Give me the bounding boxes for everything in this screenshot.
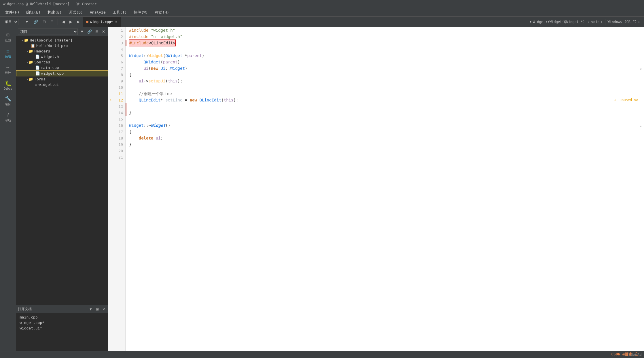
menu-file[interactable]: 文件(F): [2, 9, 22, 16]
menu-controls[interactable]: 控件(W): [131, 9, 151, 16]
code-comma-7: ,: [129, 65, 144, 71]
menu-analyze[interactable]: Analyze: [87, 9, 109, 15]
code-indent-12: [129, 97, 139, 103]
encoding-arrow: ⬇: [638, 20, 640, 24]
tree-arrow-forms[interactable]: ▼: [26, 78, 28, 81]
code-star-12: *: [161, 97, 166, 103]
toolbar-sep-1: [21, 19, 21, 25]
code-brace-19: }: [129, 141, 131, 148]
code-content[interactable]: #include "widget.h" #include "ui_widget.…: [126, 27, 644, 351]
tree-arrow-sources[interactable]: ▼: [26, 61, 28, 64]
line-num-4: 4: [108, 46, 125, 52]
line-num-9: 9: [108, 78, 125, 84]
code-setup-9: setupUi: [148, 78, 165, 84]
nav-file-button[interactable]: ▶: [75, 19, 82, 25]
code-paren-6: (: [161, 59, 163, 65]
menu-help[interactable]: 帮助(H): [152, 9, 172, 16]
tree-item-forms[interactable]: ▼ 📁 Forms: [16, 76, 108, 82]
tree-item-sources[interactable]: ▼ 📁 Sources: [16, 59, 108, 65]
tree-item-headers[interactable]: ▼ 📁 Headers: [16, 48, 108, 54]
link-button[interactable]: 🔗: [32, 19, 40, 25]
toolbar: 项目 ▼ 🔗 ⊞ ⊟ ◀ ▶ ▶ widget.cpp* ✕ ♦ Widget:…: [0, 17, 644, 27]
code-eq-12: =: [182, 97, 190, 103]
function-indicator: ♦: [530, 20, 532, 24]
line-num-20: 20: [108, 148, 125, 154]
sidebar-item-help[interactable]: ? 帮助: [1, 109, 15, 125]
tab-widget-cpp[interactable]: widget.cpp* ✕: [83, 17, 122, 27]
sidebar-item-project[interactable]: 🔧 项目: [1, 93, 15, 109]
code-qlineedit2-12: QLineEdit: [199, 97, 221, 103]
tree-label-helloworldpro: HelloWorld.pro: [36, 44, 68, 48]
project-view-selector[interactable]: 项目: [18, 29, 78, 35]
code-paren-16: (): [165, 122, 170, 129]
nav-back-button[interactable]: ◀: [60, 19, 67, 25]
code-include-kw-3: #include: [129, 41, 149, 45]
debug-icon: 🐛: [5, 80, 11, 86]
line-num-18: 18: [108, 135, 125, 141]
code-fn-5: Widget: [148, 52, 163, 59]
tree-item-widgetui[interactable]: ✏ widget.ui: [16, 82, 108, 87]
code-paren-5: (: [163, 52, 165, 59]
code-error-3: #include<QLineEdit>: [129, 39, 176, 46]
main-layout: ⊞ 欢迎 ≡ 编辑 ✏ 设计 🐛 Debug 🔧 项目 ? 帮助 项目: [0, 27, 644, 351]
line-num-11: 11: [108, 91, 125, 97]
open-docs-panel: 打开文档 ▼ ⊞ ✕ main.cpp widget.cpp* widget.u…: [16, 305, 108, 351]
doc-panel-close-btn[interactable]: ✕: [101, 307, 106, 312]
line-num-1: 1: [108, 27, 125, 33]
tree-arrow-helloworld[interactable]: ▼: [22, 39, 23, 42]
filter-button[interactable]: ▼: [23, 19, 31, 25]
tree-icon-helloworld: 📁: [24, 38, 29, 42]
line-num-3: 3: [108, 40, 125, 46]
doc-item-widgetcpp[interactable]: widget.cpp*: [18, 320, 106, 325]
design-icon: ✏: [6, 64, 10, 70]
tab-close-button[interactable]: ✕: [115, 20, 118, 23]
sidebar-welcome-label: 欢迎: [5, 39, 11, 43]
menu-edit[interactable]: 编辑(E): [23, 9, 43, 16]
code-closeparen-5: ): [202, 52, 204, 59]
tree-item-helloworld[interactable]: ▼ 📁 HelloWorld [master]: [16, 37, 108, 43]
tree-label-widgetui: widget.ui: [39, 82, 59, 87]
nav-forward-button[interactable]: ▶: [68, 19, 74, 25]
sidebar-item-debug[interactable]: 🐛 Debug: [1, 78, 15, 93]
doc-panel-title: 打开文档: [18, 307, 32, 312]
sidebar-item-design[interactable]: ✏ 设计: [1, 62, 15, 77]
tree-item-helloworldpro[interactable]: 📋 HelloWorld.pro: [16, 43, 108, 48]
line-num-15: 15: [108, 116, 125, 122]
menu-build[interactable]: 构建(B): [45, 9, 65, 16]
split-button[interactable]: ⊞: [41, 19, 48, 25]
code-closeparen-7: ): [185, 65, 187, 71]
tree-item-maincpp[interactable]: 📄 main.cpp: [16, 65, 108, 70]
doc-item-maincpp[interactable]: main.cpp: [18, 314, 106, 320]
tree-item-widgeth[interactable]: 📄 widget.h: [16, 54, 108, 59]
function-nav: ⬇: [601, 20, 603, 24]
code-include-2: #include: [129, 33, 151, 40]
menu-debug[interactable]: 调试(D): [66, 9, 86, 16]
project-selector[interactable]: 项目: [2, 19, 18, 25]
menu-tools[interactable]: 工具(T): [110, 9, 130, 16]
tree-label-maincpp: main.cpp: [41, 65, 59, 70]
tab-widget-cpp-label: widget.cpp*: [90, 20, 113, 24]
project-split-btn[interactable]: ⊞: [94, 29, 100, 34]
code-line-13: [126, 103, 644, 110]
close-split-button[interactable]: ⊟: [49, 19, 55, 25]
function-bar: ♦ Widget::Widget(QWidget *) → void ⬇ Win…: [527, 19, 642, 25]
code-line-15: [126, 116, 644, 122]
project-close-btn[interactable]: ✕: [101, 29, 106, 34]
sidebar-item-welcome[interactable]: ⊞ 欢迎: [1, 29, 15, 45]
project-filter-btn[interactable]: ▼: [79, 29, 85, 34]
code-sep-16: ::~: [144, 122, 151, 129]
line-num-21: 21: [108, 154, 125, 160]
tree-item-widgetcpp[interactable]: 📄 widget.cpp: [16, 70, 108, 76]
sidebar-design-label: 设计: [5, 71, 11, 75]
sidebar-icons: ⊞ 欢迎 ≡ 编辑 ✏ 设计 🐛 Debug 🔧 项目 ? 帮助: [0, 27, 16, 351]
doc-panel-split-btn[interactable]: ⊞: [95, 307, 100, 312]
project-link-btn[interactable]: 🔗: [86, 29, 93, 34]
sidebar-item-edit[interactable]: ≡ 编辑: [1, 46, 15, 61]
doc-panel-filter-btn[interactable]: ▼: [88, 307, 94, 312]
sidebar-debug-label: Debug: [3, 87, 12, 90]
code-setline-12: setLine: [165, 97, 182, 103]
tree-arrow-headers[interactable]: ▼: [26, 50, 28, 53]
doc-item-widgetui[interactable]: widget.ui*: [18, 325, 106, 331]
code-line-17: {: [126, 129, 644, 135]
code-space-5: *: [182, 52, 187, 59]
